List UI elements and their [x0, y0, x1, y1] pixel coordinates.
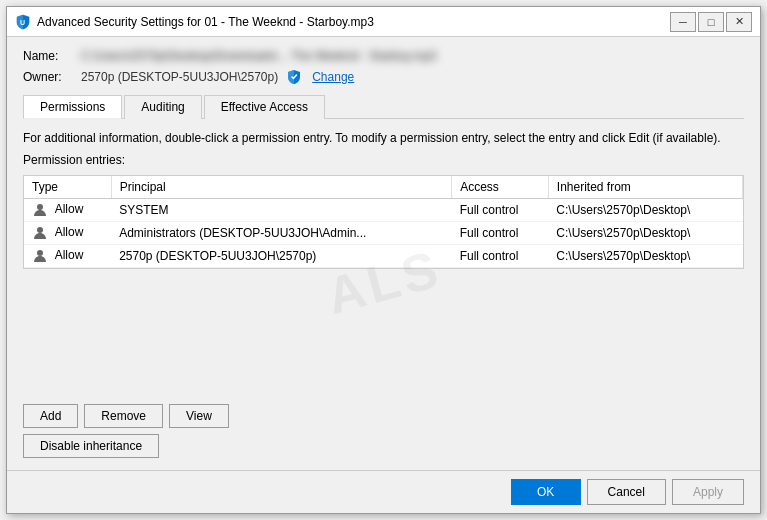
cell-principal: Administrators (DESKTOP-5UU3JOH\Admin... [111, 222, 452, 245]
window-title: Advanced Security Settings for 01 - The … [37, 15, 670, 29]
disable-inheritance-button[interactable]: Disable inheritance [23, 434, 159, 458]
owner-value: 2570p (DESKTOP-5UU3JOH\2570p) [81, 70, 278, 84]
cancel-button[interactable]: Cancel [587, 479, 666, 505]
cell-principal: 2570p (DESKTOP-5UU3JOH\2570p) [111, 245, 452, 268]
cell-principal: SYSTEM [111, 199, 452, 222]
name-label: Name: [23, 49, 73, 63]
user-icon [32, 202, 48, 218]
footer-buttons: OK Cancel Apply [7, 470, 760, 513]
cell-access: Full control [452, 245, 549, 268]
tab-auditing[interactable]: Auditing [124, 95, 201, 119]
cell-access: Full control [452, 199, 549, 222]
user-icon [32, 225, 48, 241]
permissions-table: Type Principal Access Inherited from All… [24, 176, 743, 268]
minimize-button[interactable]: ─ [670, 12, 696, 32]
shield-icon [286, 69, 302, 85]
col-access: Access [452, 176, 549, 199]
table-header-row: Type Principal Access Inherited from [24, 176, 743, 199]
owner-label: Owner: [23, 70, 73, 84]
table-area: ALS Type Principal Access Inherited from [23, 173, 744, 390]
table-row[interactable]: Allow2570p (DESKTOP-5UU3JOH\2570p)Full c… [24, 245, 743, 268]
cell-inherited: C:\Users\2570p\Desktop\ [548, 222, 742, 245]
svg-point-3 [37, 250, 43, 256]
bottom-buttons: Add Remove View [23, 404, 744, 428]
main-window: U Advanced Security Settings for 01 - Th… [6, 6, 761, 514]
disable-inheritance-row: Disable inheritance [23, 434, 744, 458]
apply-button[interactable]: Apply [672, 479, 744, 505]
cell-inherited: C:\Users\2570p\Desktop\ [548, 245, 742, 268]
col-inherited: Inherited from [548, 176, 742, 199]
tabs-container: Permissions Auditing Effective Access [23, 95, 744, 119]
window-icon: U [15, 14, 31, 30]
title-controls: ─ □ ✕ [670, 12, 752, 32]
tab-effective-access[interactable]: Effective Access [204, 95, 325, 119]
name-value: C:\Users\2570p\Desktop\Downloads\... The… [81, 49, 437, 63]
owner-row: Owner: 2570p (DESKTOP-5UU3JOH\2570p) Cha… [23, 69, 744, 85]
view-button[interactable]: View [169, 404, 229, 428]
remove-button[interactable]: Remove [84, 404, 163, 428]
table-row[interactable]: AllowSYSTEMFull controlC:\Users\2570p\De… [24, 199, 743, 222]
cell-inherited: C:\Users\2570p\Desktop\ [548, 199, 742, 222]
svg-point-1 [37, 204, 43, 210]
cell-type: Allow [24, 222, 111, 245]
title-bar: U Advanced Security Settings for 01 - Th… [7, 7, 760, 37]
add-button[interactable]: Add [23, 404, 78, 428]
cell-type: Allow [24, 199, 111, 222]
info-text: For additional information, double-click… [23, 131, 744, 145]
table-row[interactable]: AllowAdministrators (DESKTOP-5UU3JOH\Adm… [24, 222, 743, 245]
name-row: Name: C:\Users\2570p\Desktop\Downloads\.… [23, 49, 744, 63]
svg-text:U: U [20, 19, 25, 26]
tab-permissions[interactable]: Permissions [23, 95, 122, 119]
svg-point-2 [37, 227, 43, 233]
content-area: Name: C:\Users\2570p\Desktop\Downloads\.… [7, 37, 760, 470]
table-container: Type Principal Access Inherited from All… [23, 175, 744, 269]
change-link[interactable]: Change [312, 70, 354, 84]
cell-access: Full control [452, 222, 549, 245]
cell-type: Allow [24, 245, 111, 268]
col-principal: Principal [111, 176, 452, 199]
maximize-button[interactable]: □ [698, 12, 724, 32]
ok-button[interactable]: OK [511, 479, 581, 505]
user-icon [32, 248, 48, 264]
close-button[interactable]: ✕ [726, 12, 752, 32]
section-label: Permission entries: [23, 153, 744, 167]
col-type: Type [24, 176, 111, 199]
